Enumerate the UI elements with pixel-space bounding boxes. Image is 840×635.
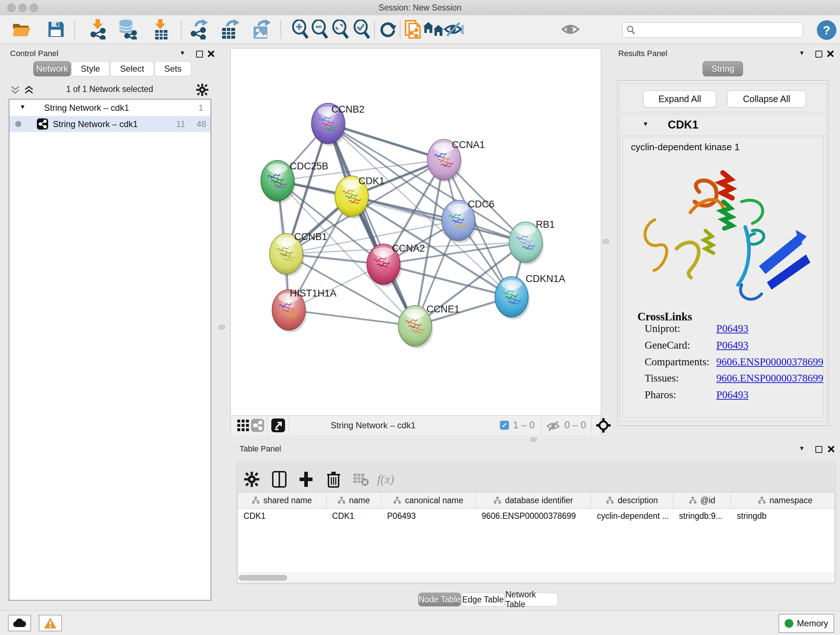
column-header[interactable]: description <box>591 492 673 508</box>
close-panel-icon[interactable] <box>828 446 835 453</box>
crosslink-tissues[interactable]: 9606.ENSP00000378699 <box>716 372 823 384</box>
import-table-file-button[interactable] <box>151 19 171 40</box>
column-header[interactable]: database identifier <box>476 492 591 508</box>
tab-style[interactable]: Style <box>71 61 110 76</box>
graph-node-RB1[interactable]: RB1 <box>509 219 555 264</box>
gear-icon <box>244 472 259 487</box>
graph-node-CDC25B[interactable]: CDC25B <box>261 160 328 203</box>
zoom-in-button[interactable] <box>290 19 310 40</box>
network-collection-row[interactable]: ▼ String Network – cdk1 1 <box>9 100 210 116</box>
warning-icon <box>44 618 57 629</box>
refresh-view-button[interactable] <box>378 19 398 40</box>
left-splitter-handle[interactable] <box>218 325 225 329</box>
export-network-button[interactable] <box>189 19 209 40</box>
close-panel-icon[interactable] <box>827 50 834 57</box>
close-panel-icon[interactable] <box>208 50 215 57</box>
float-panel-icon[interactable]: ▼ <box>799 445 805 452</box>
export-network-icon <box>189 19 209 40</box>
network-row-selected[interactable]: String Network – cdk1 11 48 <box>9 116 210 132</box>
export-image-button[interactable] <box>251 19 271 40</box>
birdseye-icon[interactable] <box>596 418 611 432</box>
delete-column-button[interactable] <box>324 470 343 489</box>
collapse-entry-icon[interactable]: ▼ <box>643 120 649 128</box>
export-table-button[interactable] <box>219 19 240 40</box>
table-settings-button[interactable] <box>242 470 262 489</box>
graph-node-CDKN1A[interactable]: CDKN1A <box>495 273 565 319</box>
show-columns-button[interactable] <box>270 470 289 489</box>
cloud-status-button[interactable] <box>8 615 31 631</box>
graph-node-CDC6[interactable]: CDC6 <box>442 199 494 243</box>
tab-edge-table[interactable]: Edge Table <box>461 593 505 606</box>
tab-node-table[interactable]: Node Table <box>418 593 461 606</box>
tab-network[interactable]: Network <box>33 61 71 76</box>
node-count: 11 <box>169 119 185 129</box>
columns-icon <box>272 471 286 488</box>
zoom-selected-button[interactable] <box>352 19 372 40</box>
maximize-panel-icon[interactable] <box>815 51 822 57</box>
collection-expander-icon[interactable]: ▼ <box>19 103 26 111</box>
warnings-button[interactable] <box>39 615 62 631</box>
import-network-file-button[interactable] <box>88 19 108 40</box>
toolbar-separator <box>267 417 267 434</box>
crosslink-genecard[interactable]: P06493 <box>716 339 748 351</box>
search-field[interactable] <box>622 22 803 38</box>
right-splitter-handle[interactable] <box>602 239 609 244</box>
float-panel-icon[interactable]: ▼ <box>180 50 186 57</box>
save-session-button[interactable] <box>46 19 66 40</box>
cell-namespace: stringdb <box>731 508 835 524</box>
column-header[interactable]: canonical name <box>381 492 476 508</box>
add-column-button[interactable] <box>296 470 316 489</box>
maximize-panel-icon[interactable] <box>196 51 203 57</box>
graph-node-label: CCNE1 <box>426 304 460 315</box>
column-header[interactable]: name <box>326 492 381 508</box>
delete-table-button[interactable] <box>351 470 371 489</box>
show-all-networks-button[interactable] <box>423 19 444 40</box>
hide-panel-button[interactable] <box>444 19 464 40</box>
node-result-header[interactable]: ▼ CDK1 <box>620 114 826 136</box>
import-network-database-button[interactable] <box>117 19 137 40</box>
column-header[interactable]: namespace <box>731 492 835 508</box>
table-row[interactable]: CDK1 CDK1 P06493 9606.ENSP00000378699 cy… <box>238 508 835 524</box>
string-view-icon[interactable] <box>251 419 264 432</box>
graph-node-CCNA1[interactable]: CCNA1 <box>427 139 485 182</box>
open-in-window-icon[interactable] <box>271 418 285 432</box>
zoom-fit-icon <box>332 19 349 39</box>
zoom-fit-button[interactable] <box>330 19 351 40</box>
grid-view-icon[interactable] <box>237 420 249 431</box>
graph-node-HIST1H1A[interactable]: HIST1H1A <box>272 288 336 333</box>
bottom-splitter-handle[interactable] <box>531 437 537 442</box>
network-graph[interactable]: CCNB2CCNA1CDC25BCDK1CDC6RB1CCNB1CCNA2CDK… <box>231 49 601 415</box>
crosslink-uniprot[interactable]: P06493 <box>716 323 748 334</box>
search-input[interactable] <box>636 25 803 35</box>
float-panel-icon[interactable]: ▼ <box>799 50 805 57</box>
graph-node-CCNB1[interactable]: CCNB1 <box>270 231 327 276</box>
column-header[interactable]: shared name <box>238 492 326 508</box>
graph-node-CCNA2[interactable]: CCNA2 <box>367 243 425 287</box>
tab-network-table[interactable]: Network Table <box>505 593 558 606</box>
show-panel-button[interactable] <box>561 19 581 40</box>
graph-node-CCNE1[interactable]: CCNE1 <box>398 304 460 348</box>
hidden-eye-icon <box>546 421 561 432</box>
tab-select[interactable]: Select <box>110 61 154 76</box>
network-view[interactable]: CCNB2CCNA1CDC25BCDK1CDC6RB1CCNB1CCNA2CDK… <box>231 48 601 435</box>
column-header[interactable]: @id <box>673 492 731 508</box>
scrollbar-thumb[interactable] <box>239 575 287 581</box>
gear-icon[interactable] <box>196 84 208 96</box>
expand-all-button[interactable]: Expand All <box>643 90 716 108</box>
zoom-out-button[interactable] <box>309 19 330 40</box>
clone-network-button[interactable] <box>403 19 423 40</box>
function-builder-button[interactable]: f(x) <box>376 470 395 489</box>
collapse-all-button[interactable]: Collapse All <box>727 90 806 108</box>
memory-button[interactable]: Memory <box>778 614 834 633</box>
current-network-name: String Network – cdk1 <box>331 420 416 431</box>
open-session-button[interactable] <box>11 19 32 40</box>
tab-sets[interactable]: Sets <box>155 61 191 76</box>
selected-checkbox[interactable]: ✓ <box>500 421 509 430</box>
horizontal-scrollbar[interactable] <box>238 573 835 583</box>
maximize-panel-icon[interactable] <box>815 446 822 453</box>
crosslink-pharos[interactable]: P06493 <box>716 389 748 401</box>
crosslink-compartments[interactable]: 9606.ENSP00000378699 <box>716 356 823 368</box>
help-button[interactable]: ? <box>817 20 836 40</box>
tab-string[interactable]: String <box>703 61 743 76</box>
graph-node-CCNB2[interactable]: CCNB2 <box>311 103 365 146</box>
